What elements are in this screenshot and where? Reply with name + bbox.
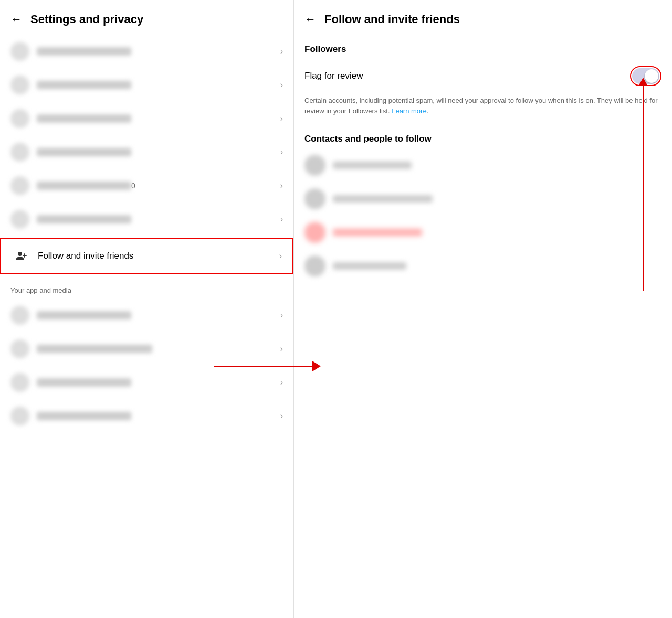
follow-friends-panel: ← Follow and invite friends Followers Fl…: [294, 0, 672, 618]
chevron-9: ›: [280, 378, 283, 387]
contacts-list: [294, 148, 672, 283]
toggle-knob: [645, 69, 658, 83]
follow-friends-item[interactable]: Follow and invite friends ›: [0, 238, 293, 274]
menu-item-7[interactable]: ›: [0, 299, 293, 332]
menu-icon-3: [10, 109, 29, 128]
menu-icon-10: [10, 407, 29, 425]
contact-item-1[interactable]: [294, 148, 672, 182]
settings-panel: ← Settings and privacy › › › › 0: [0, 0, 294, 618]
menu-label-6: [37, 215, 131, 223]
menu-icon-9: [10, 373, 29, 392]
learn-more-link[interactable]: Learn more: [392, 107, 426, 115]
menu-label-8: [37, 345, 152, 353]
menu-icon-1: [10, 42, 29, 61]
back-button-right[interactable]: ←: [304, 13, 316, 26]
contact-name-2: [333, 195, 433, 203]
menu-label-5: [37, 182, 131, 190]
contact-avatar-4: [304, 255, 326, 276]
flag-description: Certain accounts, including potential sp…: [294, 93, 672, 124]
chevron-3: ›: [280, 114, 283, 123]
menu-label-2: [37, 81, 131, 89]
follow-friends-label: Follow and invite friends: [38, 251, 279, 261]
chevron-10: ›: [280, 411, 283, 421]
contact-name-3: [333, 229, 422, 236]
contact-item-3[interactable]: [294, 216, 672, 249]
app-media-menu: › › › ›: [0, 299, 293, 433]
menu-item-1[interactable]: ›: [0, 35, 293, 68]
contact-avatar-3: [304, 222, 326, 243]
flag-for-review-row: Flag for review: [294, 59, 672, 93]
menu-item-4[interactable]: ›: [0, 135, 293, 169]
menu-item-8[interactable]: ›: [0, 332, 293, 366]
contact-avatar-1: [304, 155, 326, 176]
menu-icon-8: [10, 339, 29, 358]
menu-item-5[interactable]: 0 ›: [0, 169, 293, 203]
menu-label-3: [37, 114, 131, 123]
menu-badge-5: 0: [131, 182, 135, 190]
settings-menu: › › › › 0 › ›: [0, 35, 293, 236]
app-media-section-label: Your app and media: [0, 276, 293, 299]
flag-for-review-toggle-wrapper: [630, 66, 662, 86]
contact-name-4: [333, 262, 406, 270]
contact-avatar-2: [304, 188, 326, 209]
right-header: ← Follow and invite friends: [294, 0, 672, 35]
chevron-6: ›: [280, 215, 283, 224]
chevron-8: ›: [280, 344, 283, 354]
back-button-left[interactable]: ←: [10, 13, 22, 26]
menu-item-10[interactable]: ›: [0, 399, 293, 433]
contact-item-4[interactable]: [294, 249, 672, 283]
chevron-1: ›: [280, 47, 283, 56]
follow-friends-icon: [12, 247, 30, 265]
followers-heading: Followers: [294, 35, 672, 59]
settings-title: Settings and privacy: [30, 13, 143, 26]
menu-icon-7: [10, 306, 29, 325]
flag-for-review-label: Flag for review: [304, 71, 630, 81]
menu-item-6[interactable]: ›: [0, 203, 293, 236]
menu-label-7: [37, 311, 131, 319]
right-panel-wrapper: ← Follow and invite friends Followers Fl…: [294, 0, 672, 618]
menu-item-9[interactable]: ›: [0, 366, 293, 399]
menu-label-1: [37, 47, 131, 56]
chevron-4: ›: [280, 147, 283, 157]
menu-item-2[interactable]: ›: [0, 68, 293, 102]
menu-icon-4: [10, 143, 29, 162]
menu-item-3[interactable]: ›: [0, 102, 293, 135]
follow-friends-title: Follow and invite friends: [324, 13, 460, 26]
contacts-heading: Contacts and people to follow: [294, 124, 672, 148]
contact-name-1: [333, 162, 412, 169]
chevron-5: ›: [280, 181, 283, 190]
contact-item-2[interactable]: [294, 182, 672, 216]
left-header: ← Settings and privacy: [0, 0, 293, 35]
menu-label-9: [37, 378, 131, 387]
svg-point-0: [18, 252, 22, 256]
menu-icon-2: [10, 76, 29, 94]
follow-friends-chevron: ›: [279, 251, 282, 261]
menu-label-4: [37, 148, 131, 156]
menu-icon-6: [10, 210, 29, 229]
menu-icon-5: [10, 176, 29, 195]
menu-label-10: [37, 412, 131, 420]
chevron-2: ›: [280, 80, 283, 90]
chevron-7: ›: [280, 311, 283, 320]
flag-for-review-toggle[interactable]: [632, 68, 659, 84]
